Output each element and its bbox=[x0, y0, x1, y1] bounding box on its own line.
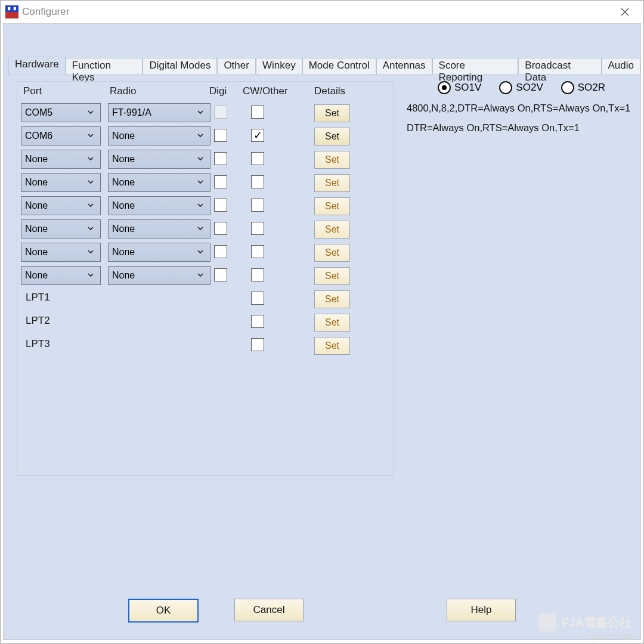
radio-value: FT-991/A bbox=[112, 107, 151, 118]
set-button[interactable]: Set bbox=[314, 290, 350, 308]
port-row: NoneNoneSet bbox=[17, 243, 393, 263]
svg-rect-3 bbox=[14, 7, 16, 11]
port-row: NoneNoneSet bbox=[17, 266, 393, 286]
digi-checkbox[interactable] bbox=[214, 245, 227, 258]
port-row: LPT2Set bbox=[17, 312, 393, 333]
radio-combo[interactable]: None bbox=[108, 150, 210, 169]
chevron-down-icon bbox=[194, 270, 206, 281]
tab-strip: HardwareFunction KeysDigital ModesOtherW… bbox=[8, 58, 640, 74]
mode-radio-so2v[interactable]: SO2V bbox=[499, 81, 543, 94]
col-header-radio: Radio bbox=[110, 85, 136, 97]
right-area: SO1VSO2VSO2R 4800,N,8,2,DTR=Always On,RT… bbox=[402, 81, 636, 134]
port-combo[interactable]: None bbox=[21, 196, 101, 215]
radio-value: None bbox=[112, 200, 135, 211]
digi-checkbox[interactable] bbox=[214, 175, 227, 188]
dialog-buttons: OK Cancel Help bbox=[4, 599, 640, 623]
radio-value: None bbox=[112, 270, 135, 281]
cw-checkbox[interactable] bbox=[251, 268, 264, 281]
radio-combo[interactable]: None bbox=[108, 126, 210, 145]
set-button[interactable]: Set bbox=[314, 151, 350, 169]
tab-mode-control[interactable]: Mode Control bbox=[302, 58, 376, 74]
port-value: COM6 bbox=[25, 131, 52, 141]
port-row: NoneNoneSet bbox=[17, 196, 393, 216]
chevron-down-icon bbox=[194, 200, 206, 211]
radio-value: None bbox=[112, 247, 135, 258]
cw-checkbox[interactable] bbox=[251, 292, 264, 305]
tab-digital-modes[interactable]: Digital Modes bbox=[143, 58, 217, 74]
port-row: LPT3Set bbox=[17, 336, 393, 356]
tab-audio[interactable]: Audio bbox=[602, 58, 640, 74]
set-button[interactable]: Set bbox=[314, 337, 350, 355]
radio-combo[interactable]: None bbox=[108, 219, 210, 239]
radio-icon bbox=[499, 81, 512, 94]
cw-checkbox[interactable] bbox=[251, 152, 264, 165]
digi-checkbox[interactable] bbox=[214, 268, 227, 281]
radio-value: None bbox=[112, 131, 135, 141]
cw-checkbox[interactable] bbox=[251, 338, 264, 351]
chevron-down-icon bbox=[85, 107, 97, 118]
help-button[interactable]: Help bbox=[447, 599, 516, 621]
tab-antennas[interactable]: Antennas bbox=[376, 58, 432, 74]
port-combo[interactable]: None bbox=[21, 219, 101, 239]
set-button[interactable]: Set bbox=[314, 128, 350, 145]
digi-checkbox[interactable] bbox=[214, 129, 227, 142]
mode-radio-so2r[interactable]: SO2R bbox=[561, 81, 605, 94]
chevron-down-icon bbox=[85, 154, 97, 165]
cw-checkbox[interactable] bbox=[251, 175, 264, 188]
port-combo[interactable]: None bbox=[21, 243, 101, 262]
cw-checkbox[interactable] bbox=[251, 315, 264, 328]
port-combo[interactable]: COM5 bbox=[21, 103, 101, 122]
window-title: Configurer bbox=[22, 6, 69, 18]
digi-checkbox[interactable] bbox=[214, 222, 227, 235]
set-button[interactable]: Set bbox=[314, 267, 350, 285]
radio-combo[interactable]: None bbox=[108, 243, 210, 262]
digi-checkbox[interactable] bbox=[214, 152, 227, 165]
port-combo[interactable]: None bbox=[21, 150, 101, 169]
tab-broadcast-data[interactable]: Broadcast Data bbox=[518, 58, 601, 74]
col-header-port: Port bbox=[23, 85, 102, 97]
set-button[interactable]: Set bbox=[314, 174, 350, 192]
tab-function-keys[interactable]: Function Keys bbox=[66, 58, 143, 74]
set-button[interactable]: Set bbox=[314, 197, 350, 215]
tab-winkey[interactable]: Winkey bbox=[256, 58, 302, 74]
port-value: None bbox=[25, 200, 48, 211]
port-row: NoneNoneSet bbox=[17, 219, 393, 240]
ok-button[interactable]: OK bbox=[128, 599, 199, 623]
tab-score-reporting[interactable]: Score Reporting bbox=[432, 58, 519, 74]
radio-combo[interactable]: None bbox=[108, 196, 210, 215]
cancel-button[interactable]: Cancel bbox=[234, 599, 304, 621]
chevron-down-icon bbox=[194, 131, 206, 141]
set-button[interactable]: Set bbox=[314, 244, 350, 262]
port-row: LPT1Set bbox=[17, 289, 393, 309]
port-value: COM5 bbox=[25, 107, 52, 118]
radio-combo[interactable]: None bbox=[108, 173, 210, 192]
mode-radio-so1v[interactable]: SO1V bbox=[438, 81, 481, 94]
cw-checkbox[interactable] bbox=[251, 199, 264, 212]
chevron-down-icon bbox=[85, 177, 97, 188]
set-button[interactable]: Set bbox=[314, 104, 350, 122]
radio-combo[interactable]: None bbox=[108, 266, 210, 285]
row-detail-text: 4800,N,8,2,DTR=Always On,RTS=Always On,T… bbox=[407, 103, 636, 114]
port-combo[interactable]: COM6 bbox=[21, 126, 101, 145]
radio-combo[interactable]: FT-991/A bbox=[108, 103, 210, 122]
cw-checkbox[interactable] bbox=[251, 106, 264, 119]
port-combo[interactable]: None bbox=[21, 266, 101, 285]
cw-checkbox[interactable] bbox=[251, 129, 264, 142]
close-button[interactable] bbox=[611, 3, 639, 21]
chevron-down-icon bbox=[194, 177, 206, 188]
svg-rect-0 bbox=[5, 5, 18, 12]
app-icon bbox=[5, 5, 18, 18]
cw-checkbox[interactable] bbox=[251, 222, 264, 235]
port-row: COM5FT-991/ASet bbox=[17, 103, 393, 123]
port-value: None bbox=[25, 247, 48, 258]
tab-hardware[interactable]: Hardware bbox=[8, 57, 66, 76]
tab-other[interactable]: Other bbox=[217, 58, 256, 74]
titlebar: Configurer bbox=[1, 1, 643, 23]
digi-checkbox[interactable] bbox=[214, 199, 227, 212]
mode-radio-group: SO1VSO2VSO2R bbox=[438, 81, 636, 94]
set-button[interactable]: Set bbox=[314, 314, 350, 332]
port-combo[interactable]: None bbox=[21, 173, 101, 192]
set-button[interactable]: Set bbox=[314, 221, 350, 239]
cw-checkbox[interactable] bbox=[251, 245, 264, 258]
port-value: None bbox=[25, 154, 48, 165]
